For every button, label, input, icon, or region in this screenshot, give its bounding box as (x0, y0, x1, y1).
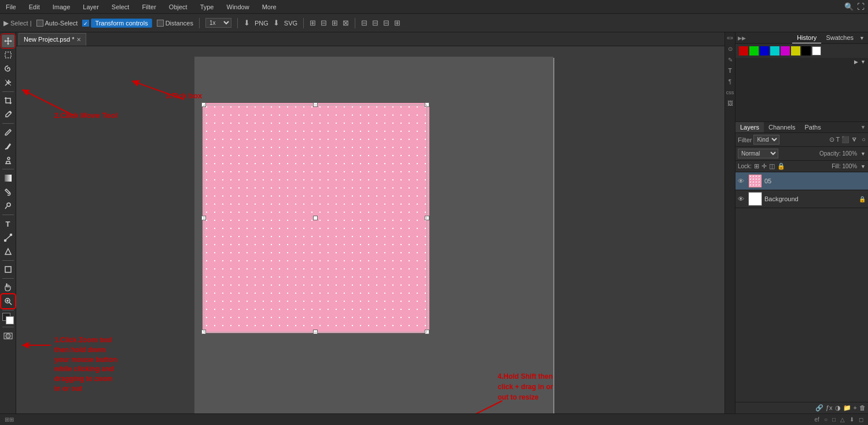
menu-select[interactable]: Select (109, 2, 132, 12)
swatch-blue[interactable] (760, 46, 769, 56)
fullscreen-icon[interactable]: ⛶ (857, 2, 865, 11)
menu-image[interactable]: Image (50, 2, 73, 12)
transform-controls-toggle[interactable]: ✓ Transform controls (82, 19, 152, 28)
lock-all-icon[interactable]: 🔒 (777, 162, 785, 170)
dodge-tool[interactable] (2, 199, 14, 212)
align-right-icon[interactable]: ⊞ (332, 19, 338, 27)
lock-checkerboard-icon[interactable]: ⊞ (754, 162, 759, 170)
path-tool[interactable] (2, 231, 14, 244)
layer-05[interactable]: 👁 05 (735, 172, 868, 190)
gradient-tool[interactable] (2, 172, 14, 184)
panel-menu-icon[interactable]: ▼ (858, 34, 866, 42)
align-center-icon[interactable]: ⊟ (321, 19, 327, 27)
auto-select-checkbox[interactable] (36, 20, 43, 27)
auto-select-toggle[interactable]: Auto-Select (36, 20, 78, 27)
menu-layer[interactable]: Layer (80, 2, 101, 12)
panel-type-icon[interactable]: T (728, 68, 731, 74)
swatches-tab[interactable]: Swatches (821, 32, 858, 43)
kind-select[interactable]: Kind (753, 135, 779, 145)
distribute-icon-1[interactable]: ⊟ (361, 19, 367, 27)
history-tab[interactable]: History (792, 32, 821, 43)
history-play-icon[interactable]: ▶ (854, 59, 858, 65)
filter-icon-2[interactable]: T (836, 136, 840, 143)
vector-tool[interactable] (2, 245, 14, 258)
distances-toggle[interactable]: Distances (157, 20, 193, 27)
filter-icon-1[interactable]: ⊙ (829, 136, 834, 143)
handle-bottom-right[interactable] (425, 330, 429, 334)
delete-layer-btn[interactable]: 🗑 (859, 404, 866, 412)
blend-mode-select[interactable]: Normal (738, 149, 778, 158)
panel-image-icon[interactable]: 🖼 (727, 100, 733, 106)
status-btn-4[interactable]: △ (840, 416, 845, 423)
menu-window[interactable]: Window (225, 2, 252, 12)
distribute-icon-3[interactable]: ⊟ (383, 19, 389, 27)
marquee-tool[interactable] (2, 49, 14, 61)
panel-edit-icon[interactable]: ✎ (728, 57, 733, 63)
filter-icon-4[interactable]: ⛛ (851, 136, 858, 143)
layers-menu-icon[interactable]: ▼ (860, 124, 868, 130)
paint-bucket-tool[interactable] (2, 186, 14, 198)
fill-arrow[interactable]: ▼ (860, 164, 866, 169)
menu-file[interactable]: File (3, 2, 19, 12)
pencil-tool[interactable] (2, 140, 14, 153)
type-tool[interactable]: T (2, 217, 14, 230)
zoom-tool[interactable] (2, 295, 14, 308)
status-btn-3[interactable]: □ (832, 416, 836, 423)
status-btn-5[interactable]: ⬇ (849, 416, 854, 423)
menu-object[interactable]: Object (167, 2, 190, 12)
align-left-icon[interactable]: ⊞ (310, 19, 316, 27)
handle-top-left[interactable] (201, 102, 206, 107)
panel-settings-icon[interactable]: ⊙ (728, 46, 733, 52)
swatch-yellow[interactable] (791, 46, 800, 56)
active-tab[interactable]: New Project.psd * ✕ (19, 33, 86, 46)
filter-switch[interactable]: ○ (862, 136, 866, 143)
handle-bottom-left[interactable] (201, 330, 206, 334)
png-label[interactable]: PNG (255, 20, 269, 27)
quick-mask-tool[interactable] (2, 330, 14, 342)
document-area[interactable] (194, 57, 553, 413)
menu-type[interactable]: Type (198, 2, 216, 12)
panel-para-icon[interactable]: ¶ (729, 79, 731, 85)
opacity-arrow[interactable]: ▼ (860, 151, 866, 157)
paths-tab[interactable]: Paths (800, 122, 826, 132)
lock-move-icon[interactable]: ✛ (762, 162, 767, 170)
swatch-red[interactable] (739, 46, 748, 56)
handle-mid-right[interactable] (425, 216, 429, 220)
brush-tool[interactable] (2, 126, 14, 139)
swatch-magenta[interactable] (781, 46, 790, 56)
layer-style-btn[interactable]: ƒx (826, 404, 833, 412)
layer-05-eye[interactable]: 👁 (738, 178, 746, 184)
align-top-icon[interactable]: ⊠ (343, 19, 349, 27)
hand-tool[interactable] (2, 281, 14, 294)
search-icon[interactable]: 🔍 (844, 2, 854, 11)
move-tool[interactable] (2, 35, 14, 47)
menu-edit[interactable]: Edit (27, 2, 42, 12)
swatch-cyan[interactable] (770, 46, 779, 56)
layers-tab[interactable]: Layers (735, 122, 764, 132)
status-btn-1[interactable]: ef (815, 416, 819, 423)
tab-close-button[interactable]: ✕ (76, 36, 81, 43)
link-layers-btn[interactable]: 🔗 (815, 404, 823, 412)
distribute-icon-4[interactable]: ⊞ (394, 19, 400, 27)
layer-bg-eye[interactable]: 👁 (738, 195, 746, 202)
distances-checkbox[interactable] (157, 20, 164, 27)
handle-center[interactable] (313, 216, 318, 220)
zoom-select[interactable]: 1x2x0.5x (205, 18, 231, 28)
crop-tool[interactable] (2, 94, 14, 107)
swatch-green[interactable] (749, 46, 759, 56)
swatch-white[interactable] (812, 46, 821, 56)
channels-tab[interactable]: Channels (764, 122, 800, 132)
magic-wand-tool[interactable] (2, 76, 14, 89)
lock-artboard-icon[interactable]: ◫ (769, 162, 775, 170)
menu-more[interactable]: More (260, 2, 279, 12)
handle-top-right[interactable] (425, 102, 429, 107)
handle-bottom-center[interactable] (313, 330, 318, 334)
new-group-btn[interactable]: 📁 (843, 404, 851, 412)
layer-mask-btn[interactable]: ◑ (835, 404, 841, 412)
stamp-tool[interactable] (2, 154, 14, 167)
handle-mid-left[interactable] (201, 216, 206, 220)
lasso-tool[interactable] (2, 62, 14, 75)
panel-collapse-icon[interactable]: «» (727, 35, 733, 41)
status-btn-6[interactable]: ◻ (859, 416, 863, 423)
menu-filter[interactable]: Filter (139, 2, 158, 12)
